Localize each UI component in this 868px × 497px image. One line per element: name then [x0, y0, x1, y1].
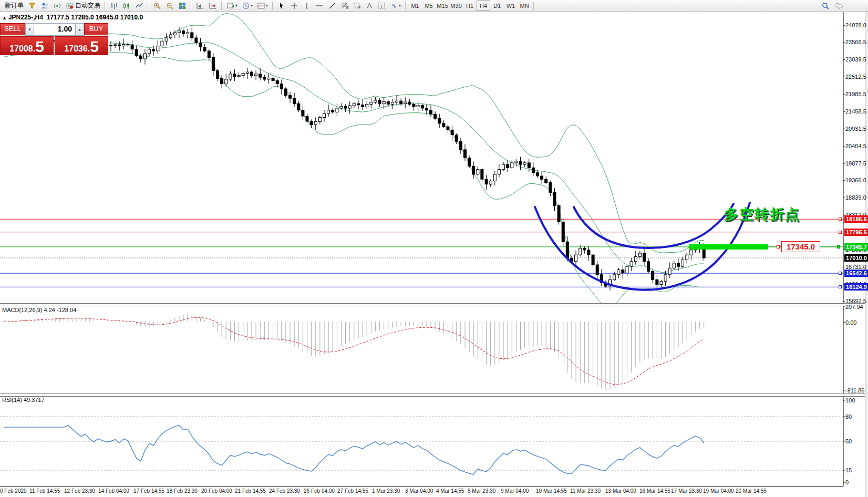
volume-increase-button[interactable]: ▲	[75, 23, 84, 36]
toolbar-separator	[148, 2, 149, 10]
level-line-handle[interactable]	[839, 285, 842, 288]
level-lines[interactable]	[0, 219, 843, 287]
chart-shift-icon[interactable]	[206, 1, 219, 11]
candle-body	[511, 163, 513, 168]
time-axis-label: 3 Mar 04:00	[405, 488, 433, 494]
templates-button[interactable]: ▾	[255, 1, 270, 11]
timeframe-m15[interactable]: M15	[436, 1, 449, 11]
timeframe-w1[interactable]: W1	[504, 1, 518, 11]
tile-windows-icon[interactable]	[176, 1, 189, 11]
candle-body	[297, 103, 300, 110]
text-tool-icon[interactable]: A	[364, 1, 375, 11]
timeframe-h1[interactable]: H1	[463, 1, 477, 11]
auto-trading-button[interactable]: 自动交易	[64, 1, 102, 11]
macd-name: MACD(12,26,9)	[2, 307, 42, 313]
price-axis-label: 19877.5	[845, 160, 866, 167]
fibonacci-tool-icon[interactable]: E	[338, 1, 351, 11]
candle-body	[579, 248, 582, 255]
level-axis-handle[interactable]	[837, 245, 840, 248]
zoom-out-icon[interactable]	[163, 1, 176, 11]
timeframe-m5[interactable]: M5	[422, 1, 436, 11]
candle-body	[493, 174, 496, 181]
level-line-handle[interactable]	[839, 218, 842, 221]
arrows-tool-button[interactable]: ▾	[388, 1, 403, 11]
candle-body	[434, 114, 437, 118]
candle-body	[173, 33, 176, 35]
horizontal-line-tool-icon[interactable]	[313, 1, 326, 11]
sell-button[interactable]: SELL	[0, 23, 25, 36]
candle-body	[532, 168, 534, 172]
line-chart-mode-icon[interactable]	[133, 1, 146, 11]
rsi-panel-separator[interactable]	[0, 394, 868, 397]
zoom-in-icon[interactable]	[151, 1, 163, 11]
fibo-expansion-tool-icon[interactable]: F	[351, 1, 364, 11]
level-line-handle[interactable]	[839, 272, 842, 275]
candle-body	[634, 256, 637, 261]
candle-body	[272, 78, 274, 80]
timeframe-h4[interactable]: H4	[477, 1, 490, 11]
time-axis-label: 1 Mar 23:30	[372, 488, 400, 494]
rsi-axis-label: 80	[845, 413, 852, 420]
price-axis-label: 21985.5	[845, 91, 866, 97]
data-window-icon[interactable]	[38, 1, 51, 11]
volume-input[interactable]: 1.00	[34, 23, 75, 36]
market-watch-icon[interactable]	[26, 1, 38, 11]
time-axis-label: 24 Feb 23:30	[269, 488, 300, 494]
candle-body	[187, 33, 189, 34]
new-order-label: 新订单	[5, 1, 24, 10]
buy-button[interactable]: BUY	[84, 23, 108, 36]
buy-price-panel[interactable]: 17036.5	[55, 36, 108, 55]
crosshair-tool-icon[interactable]	[288, 1, 301, 11]
macd-panel-separator[interactable]	[0, 303, 868, 306]
turning-point-annotation[interactable]: 多空转折点	[662, 205, 800, 224]
candle-body	[528, 163, 530, 168]
candle-body	[233, 74, 236, 77]
candle-body	[447, 127, 449, 130]
macd-histogram	[4, 314, 704, 390]
price-tag-16542.6: 16542.6	[844, 270, 868, 277]
cursor-tool-icon[interactable]	[275, 1, 288, 11]
bollinger-lower-band	[4, 51, 704, 309]
timeframe-m30[interactable]: M30	[449, 1, 463, 11]
timeframe-d1[interactable]: D1	[490, 1, 504, 11]
bar-chart-mode-icon[interactable]	[108, 1, 120, 11]
candlestick-series	[3, 27, 706, 291]
candlestick-mode-icon[interactable]	[120, 1, 133, 11]
highlight-level-bar[interactable]	[689, 244, 768, 250]
auto-scroll-icon[interactable]	[194, 1, 206, 11]
toolbar-separator	[191, 2, 192, 10]
level-line-handle[interactable]	[839, 231, 842, 234]
macd-label: MACD(12,26,9) 4.24 -128.04	[2, 307, 76, 313]
candle-body	[412, 105, 415, 107]
timeframe-mn[interactable]: MN	[518, 1, 531, 11]
timeframe-m1[interactable]: M1	[408, 1, 422, 11]
candle-body	[310, 121, 313, 125]
candle-body	[502, 164, 505, 169]
text-label-tool-icon[interactable]: T	[375, 1, 388, 11]
candle-body	[673, 263, 675, 268]
macd-axis-label: 207.94	[845, 304, 863, 310]
symbol-ohlc: 17177.5 17285.0 16945.0 17010.0	[47, 14, 143, 21]
sell-price-panel[interactable]: 17008.5	[0, 36, 54, 55]
time-axis-label: 18 Feb 23:30	[167, 488, 198, 494]
new-order-button[interactable]: 新订单	[2, 1, 26, 11]
candle-body	[553, 192, 556, 205]
candle-body	[664, 275, 667, 282]
toolbar-separator	[405, 2, 406, 10]
price-callout-box[interactable]: 17345.0	[781, 241, 820, 252]
candle-body	[199, 43, 202, 47]
auto-trading-label: 自动交易	[75, 1, 100, 10]
strategy-navigator-icon[interactable]	[51, 1, 64, 11]
chart-canvas[interactable]	[0, 0, 868, 497]
trendline-tool-icon[interactable]	[326, 1, 338, 11]
new-chart-button[interactable]: ▾	[224, 1, 240, 11]
time-axis-label: 27 Feb 14:55	[337, 488, 368, 494]
vertical-line-tool-icon[interactable]	[301, 1, 313, 11]
chat-icon[interactable]	[832, 1, 845, 11]
price-axis-label: 23039.5	[845, 56, 866, 63]
callout-left-handle[interactable]	[777, 245, 780, 248]
volume-decrease-button[interactable]: ▼	[25, 23, 34, 36]
search-icon[interactable]	[819, 1, 832, 11]
periods-button[interactable]: ▾	[240, 1, 255, 11]
candle-body	[127, 45, 129, 45]
